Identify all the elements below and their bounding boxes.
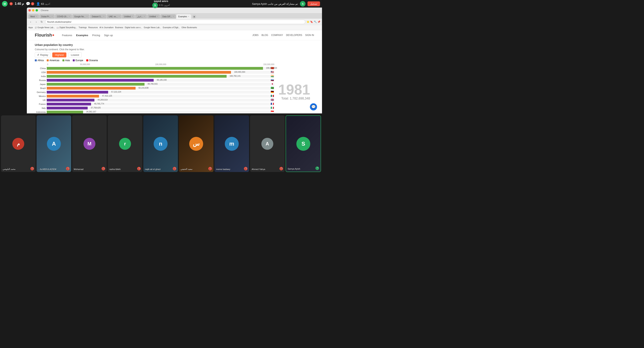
bar-row-france: France 🇫🇷 40,765,774	[35, 102, 274, 106]
flag-indonesia: 🇮🇩	[271, 110, 274, 113]
tab-arabic-news[interactable]: اخبار... ×	[135, 14, 147, 19]
bookmark-examples[interactable]: Examples of Digit...	[163, 26, 180, 28]
lowest-filter-button[interactable]: Lowest	[68, 52, 82, 57]
bookmark-other[interactable]: Other Bookmarks	[182, 26, 197, 28]
tab-label: Examples	[178, 15, 187, 18]
tab-untitled2[interactable]: Untitled ×	[147, 14, 160, 19]
tab-close-icon[interactable]: ×	[36, 15, 37, 17]
tab-close-icon[interactable]: ×	[119, 15, 120, 17]
nav-features[interactable]: Features	[62, 34, 72, 37]
tab-close-icon[interactable]: ×	[188, 15, 189, 17]
nav-signin[interactable]: SIGN IN	[305, 34, 314, 36]
value-indonesia: 34,382,167	[86, 111, 96, 113]
maximize-window-button[interactable]	[36, 9, 38, 11]
tab-close-icon[interactable]: ×	[69, 15, 70, 17]
forward-button[interactable]: ›	[34, 20, 38, 24]
status-bar: M ✕ م 1:40 💬 2 👤 63 آخرون sayed amro S S…	[0, 0, 322, 7]
chat-bubble-button[interactable]: 💬	[310, 103, 317, 110]
minimize-window-button[interactable]	[32, 9, 34, 11]
value-usa: 169,483,364	[233, 71, 245, 73]
video-placeholder-2: A	[47, 137, 61, 151]
tab-close-icon[interactable]: ×	[132, 15, 133, 17]
x-tick-100m: 100,000,000	[123, 63, 198, 65]
nav-blog[interactable]: BLOG	[262, 34, 268, 36]
tab-close-icon[interactable]: ×	[52, 15, 53, 17]
participant-name-3: Mohamad	[74, 168, 84, 170]
tab-bar: Meet × Dubai-Pr... × COVID-19... × Googl…	[27, 13, 322, 19]
address-bar[interactable]: flourish.studio/examples/	[45, 20, 305, 24]
tab-label: COVID-19...	[57, 15, 68, 18]
bookmark-digital-storytelling[interactable]: 📖 Digital Storytelling...	[56, 26, 77, 28]
nav-company[interactable]: COMPANY	[271, 34, 283, 36]
mic-status-icon: ✕	[10, 2, 13, 5]
tab-uae[interactable]: UAE: ex... ×	[107, 14, 122, 19]
tab-covid[interactable]: COVID-19... ×	[55, 14, 72, 19]
refresh-button[interactable]: ↻	[40, 20, 44, 24]
tab-untitled1[interactable]: Untitled ×	[122, 14, 135, 19]
bookmark-digital-tools[interactable]: Digital tools use e...	[125, 26, 142, 28]
logo-dot	[52, 34, 54, 36]
participant-mic-5: 🎤	[173, 167, 176, 170]
tab-close-icon[interactable]: ×	[173, 15, 174, 17]
site-header: Flourish Features Examples Pricing Sign …	[27, 30, 322, 40]
video-bg-6: س	[179, 115, 214, 172]
flag-usa: 🇺🇸	[271, 70, 274, 73]
new-tab-button[interactable]: +	[192, 15, 196, 19]
nav-developers[interactable]: DEVELOPERS	[286, 34, 302, 36]
participants-badge: 👤 63 آخرون	[36, 2, 50, 6]
tab-close-icon[interactable]: ×	[144, 15, 145, 17]
nav-pricing[interactable]: Pricing	[92, 34, 100, 37]
participant-card-8: A Ahmed Yahya 🎤	[250, 115, 285, 172]
bookmark-google-news[interactable]: 📰 Google News Lab...	[34, 26, 55, 28]
chart-controls: ↺ Replay Highest Lowest	[35, 52, 314, 57]
tab-examples[interactable]: Examples ×	[176, 14, 191, 19]
chart-legend: Africa Americas Asia Europe Oceania	[35, 59, 314, 62]
record-button[interactable]: تسجيل	[308, 1, 320, 6]
legend-oceania-dot	[86, 59, 88, 61]
tab-close-icon[interactable]: ×	[86, 15, 88, 17]
bar-row-uk: UK 🇬🇧 44,269,019	[35, 98, 274, 102]
bookmark-resources[interactable]: Resources	[88, 26, 98, 28]
year-section: 1981 Total: 1,782,698,348	[274, 63, 314, 113]
bar-wrapper-mexico: 🇲🇽 47,422,125	[47, 95, 274, 97]
legend-americas[interactable]: Americas	[47, 59, 60, 62]
nav-jobs[interactable]: JOBS	[252, 34, 258, 36]
tab-google-news[interactable]: Google Ne... ×	[72, 14, 90, 19]
participant-video-5: n	[143, 115, 178, 172]
tab-label: Dataset S...	[92, 15, 102, 18]
chat-badge[interactable]: 💬 2	[26, 1, 34, 6]
bar-row-usa: USA 🇺🇸 169,483,364	[35, 70, 274, 74]
legend-oceania[interactable]: Oceania	[86, 59, 98, 62]
tab-data-gif[interactable]: Data GIF... ×	[160, 14, 176, 19]
tab-close-icon[interactable]: ×	[157, 15, 158, 17]
bookmark-business[interactable]: Business	[115, 26, 123, 28]
bookmark-trainings[interactable]: Trainings	[79, 26, 87, 28]
tab-label: UAE: ex...	[109, 15, 118, 18]
bar-uk	[47, 99, 94, 101]
bar-row-germany: Germany 🇩🇪 57,222,224	[35, 90, 274, 94]
legend-africa[interactable]: Africa	[35, 59, 44, 62]
x-tick-50m: 50,000,000	[47, 63, 123, 65]
back-button[interactable]: ‹	[28, 20, 33, 24]
bookmark-apps[interactable]: Apps	[28, 26, 33, 28]
participant-mic-3: 🎤	[102, 167, 105, 170]
tab-dataset[interactable]: Dataset S... ×	[90, 14, 106, 19]
nav-signup[interactable]: Sign up	[104, 34, 113, 37]
browser-ext-icons: ⭐ 🔖 🔧 📌	[306, 20, 320, 23]
bookmark-gnl2[interactable]: Google News Lab...	[144, 26, 161, 28]
bookmark-ai[interactable]: AI in Journalism	[100, 26, 114, 28]
tab-close-icon[interactable]: ×	[103, 15, 104, 17]
legend-asia[interactable]: Asia	[62, 59, 70, 62]
video-placeholder-7: m	[225, 137, 239, 151]
flag-italy: 🇮🇹	[271, 106, 274, 109]
highest-filter-button[interactable]: Highest	[52, 52, 66, 57]
legend-europe[interactable]: Europe	[73, 59, 83, 62]
close-window-button[interactable]	[28, 9, 31, 11]
tab-meet[interactable]: Meet ×	[28, 14, 39, 19]
tab-dubai[interactable]: Dubai-Pr... ×	[39, 14, 55, 19]
nav-examples[interactable]: Examples	[76, 34, 88, 37]
video-placeholder-samya: S	[296, 137, 310, 151]
replay-button[interactable]: ↺ Replay	[35, 52, 50, 57]
legend-oceania-label: Oceania	[89, 59, 98, 62]
legend-asia-label: Asia	[65, 59, 70, 62]
